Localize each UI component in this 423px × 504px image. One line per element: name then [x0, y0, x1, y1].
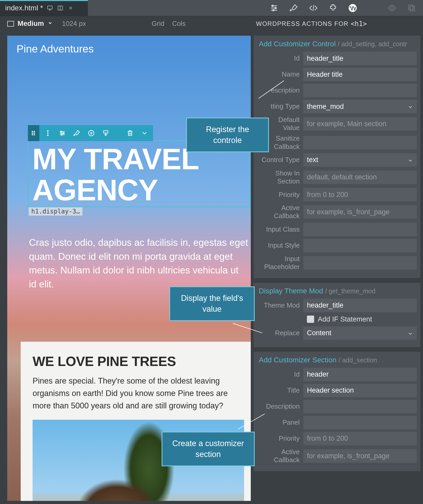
text-cursor-icon[interactable] [44, 129, 52, 137]
svg-point-14 [34, 134, 35, 135]
svg-point-6 [391, 7, 393, 9]
input-section-title[interactable] [303, 384, 417, 397]
label-name: Name [257, 70, 303, 78]
add-circle-icon[interactable] [87, 129, 95, 137]
grid-toggle[interactable]: Grid [152, 20, 164, 28]
input-sanitize-callback[interactable] [303, 136, 417, 149]
select-replace[interactable]: Content [303, 326, 417, 340]
select-setting-type[interactable]: theme_mod [303, 100, 417, 113]
input-theme-mod[interactable] [303, 299, 417, 312]
label-description: Description [257, 402, 303, 410]
input-input-placeholder[interactable] [303, 256, 417, 270]
chevron-down-icon[interactable] [141, 129, 148, 137]
input-name[interactable] [303, 68, 417, 81]
preview-lead: Cras justo odio, dapibus ac facilisis in… [29, 236, 248, 291]
label-priority: Priority [257, 434, 303, 442]
input-section-priority[interactable] [303, 432, 417, 445]
file-tab[interactable]: index.html * [0, 0, 88, 16]
code-icon[interactable] [308, 3, 319, 13]
side-panel: Add Customizer Control add_setting, add_… [251, 31, 423, 504]
label-replace: Replace [257, 329, 303, 337]
input-show-in-section[interactable] [303, 171, 417, 184]
input-section-panel[interactable] [303, 416, 417, 429]
selection-drag-handle[interactable] [28, 125, 39, 141]
selection-toolbar [39, 125, 153, 141]
plugin-icon[interactable] [328, 3, 338, 13]
group-title-meta: get_theme_mod [325, 287, 375, 295]
sliders-icon[interactable] [58, 129, 66, 137]
card-paragraph: Pines are special. They're some of the o… [33, 375, 244, 412]
brush-icon[interactable] [289, 3, 299, 13]
input-default-value[interactable] [303, 117, 417, 131]
close-icon[interactable] [67, 5, 74, 11]
svg-point-10 [32, 133, 33, 134]
wordpress-icon[interactable] [348, 3, 358, 13]
selection-tag-label: h1.display-3… [29, 207, 82, 216]
group-customizer-control: Add Customizer Control add_setting, add_… [254, 36, 420, 278]
group-title-link[interactable]: Add Customizer Control [259, 40, 336, 48]
group-customizer-section: Add Customizer Section add_section Id Ti… [254, 352, 420, 471]
trash-icon[interactable] [126, 129, 134, 137]
label-input-class: Input Class [257, 225, 303, 233]
card-heading: WE LOVE PINE TREES [33, 354, 244, 369]
device-desktop-icon[interactable] [47, 5, 53, 11]
input-description[interactable] [303, 84, 417, 97]
input-id[interactable] [303, 52, 417, 65]
select-value: text [307, 156, 318, 164]
insert-below-icon[interactable] [102, 129, 110, 137]
label-title: Title [257, 386, 303, 394]
label-input-placeholder: InputPlaceholder [257, 255, 303, 271]
label-show-in-section: Show InSection [257, 169, 303, 185]
breakpoint-bar: Medium 1024 px Grid Cols WORDPRESS ACTIO… [0, 16, 423, 31]
cols-toggle[interactable]: Cols [172, 20, 186, 28]
breakpoint-px: 1024 px [62, 20, 86, 28]
grip-icon [30, 129, 37, 137]
input-input-class[interactable] [303, 223, 417, 236]
label-control-type: Control Type [257, 156, 303, 164]
panel-header: WORDPRESS ACTIONS FOR <h1> [251, 20, 423, 28]
tab-title: index.html * [5, 4, 43, 12]
input-section-id[interactable] [303, 368, 417, 381]
select-value: Content [307, 329, 331, 337]
chevron-down-icon [407, 104, 413, 109]
input-input-style[interactable] [303, 239, 417, 252]
input-priority[interactable] [303, 188, 417, 201]
callout-display: Display the field's value [169, 286, 255, 321]
label-active-callback: ActiveCallback [257, 448, 303, 464]
panel-header-tag: <h1> [351, 20, 367, 28]
group-title-link[interactable]: Display Theme Mod [259, 287, 323, 295]
svg-rect-0 [48, 6, 52, 9]
label-active-callback: ActiveCallback [257, 204, 303, 220]
input-section-active-callback[interactable] [303, 449, 417, 463]
brush-icon[interactable] [73, 129, 81, 137]
callout-section: Create a customizer section [162, 432, 255, 466]
group-title-link[interactable]: Add Customizer Section [259, 356, 336, 364]
top-toolbar [263, 0, 423, 16]
select-control-type[interactable]: text [303, 153, 417, 167]
checkbox-add-if[interactable] [307, 316, 314, 323]
breakpoint-rect-icon [7, 21, 14, 27]
svg-point-12 [34, 131, 35, 132]
preview-canvas[interactable]: Pine Adventures [7, 36, 251, 501]
label-priority: Priority [257, 191, 303, 199]
label-theme-mod: Theme Mod [257, 301, 303, 309]
breakpoint-label[interactable]: Medium [18, 20, 44, 28]
preview-card: WE LOVE PINE TREES Pines are special. Th… [21, 342, 251, 501]
site-brand: Pine Adventures [17, 43, 94, 55]
svg-rect-19 [104, 131, 108, 133]
label-add-if: Add IF Statement [318, 315, 372, 323]
layout-split-icon[interactable] [57, 5, 64, 11]
chevron-down-icon[interactable] [48, 20, 53, 27]
svg-rect-8 [410, 6, 414, 11]
input-active-callback[interactable] [303, 205, 417, 219]
label-panel: Panel [257, 418, 303, 426]
copy-layout-icon[interactable] [406, 3, 417, 13]
group-title-meta: add_section [338, 356, 377, 364]
callout-register: Register the controle [186, 118, 269, 152]
tab-bar: index.html * [0, 0, 423, 16]
select-value: theme_mod [307, 103, 344, 111]
group-title-meta: add_setting, add_contr [338, 40, 407, 48]
eye-icon[interactable] [387, 3, 397, 13]
sliders-icon[interactable] [269, 3, 279, 13]
input-section-description[interactable] [303, 400, 417, 413]
